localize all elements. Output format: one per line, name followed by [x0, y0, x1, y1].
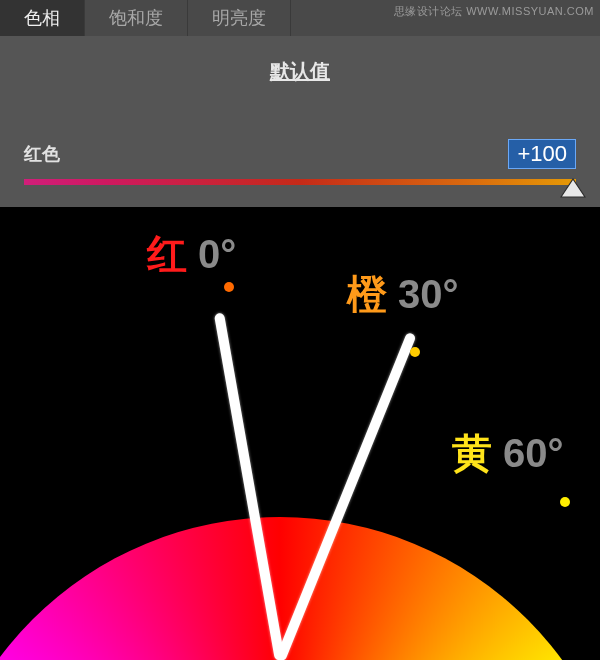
marker-dot — [560, 497, 570, 507]
label-deg: 60° — [492, 431, 564, 475]
angle-label-red: 红 0° — [147, 227, 236, 282]
label-char: 橙 — [347, 272, 387, 316]
slider-value-field[interactable]: +100 — [508, 139, 576, 169]
label-deg: 0° — [187, 232, 236, 276]
watermark-text: 思缘设计论坛 WWW.MISSYUAN.COM — [394, 4, 594, 19]
defaults-row: 默认值 — [0, 36, 600, 85]
slider-color-label: 红色 — [24, 142, 60, 166]
tab-luminance[interactable]: 明亮度 — [188, 0, 291, 36]
marker-dot — [410, 347, 420, 357]
marker-dot — [224, 282, 234, 292]
defaults-link[interactable]: 默认值 — [270, 60, 330, 82]
tab-saturation[interactable]: 饱和度 — [85, 0, 188, 36]
tab-label: 饱和度 — [109, 8, 163, 28]
tab-label: 色相 — [24, 8, 60, 28]
label-char: 黄 — [452, 431, 492, 475]
hue-slider-row: 红色 +100 — [0, 139, 600, 169]
tab-label: 明亮度 — [212, 8, 266, 28]
angle-label-yellow: 黄 60° — [452, 426, 564, 481]
label-deg: 30° — [387, 272, 459, 316]
color-wheel-diagram: 红 0° 橙 30° 黄 60° — [0, 207, 600, 660]
hue-slider-track[interactable] — [24, 179, 576, 185]
tab-hue[interactable]: 色相 — [0, 0, 85, 36]
angle-label-orange: 橙 30° — [347, 267, 459, 322]
label-char: 红 — [147, 232, 187, 276]
hue-wheel — [0, 517, 600, 660]
hsl-panel: 思缘设计论坛 WWW.MISSYUAN.COM 色相 饱和度 明亮度 默认值 红… — [0, 0, 600, 207]
